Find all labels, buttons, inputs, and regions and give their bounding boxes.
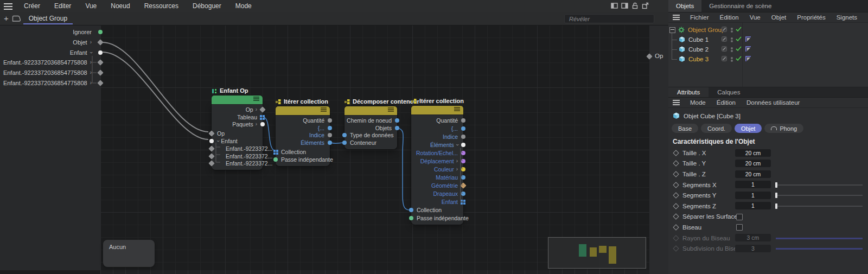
reveal-search-input[interactable] (564, 14, 654, 23)
node-header[interactable] (212, 95, 263, 104)
menu-noeud[interactable]: Noeud (104, 0, 137, 12)
param-value-field[interactable]: 1 (735, 181, 771, 188)
tree-row-object-group[interactable]: Object Group (668, 25, 868, 35)
node-port-row-indice[interactable]: Indice (411, 132, 463, 141)
enabled-check-icon[interactable] (736, 56, 742, 62)
port-passe-independante[interactable] (409, 216, 413, 220)
chevron-right-icon[interactable]: › (456, 158, 458, 164)
attrmenu-mode[interactable]: Mode (685, 99, 711, 106)
group-input-objet[interactable]: Objet› (0, 37, 100, 48)
node-port-row-enfant-9223372[interactable]: Enfant.-9223372... (212, 160, 263, 168)
node-port-row-materiau[interactable]: Matériau (411, 173, 463, 181)
popout-icon[interactable] (642, 2, 649, 9)
port-quantite[interactable] (461, 118, 465, 123)
chevron-down-icon[interactable]: › (215, 140, 221, 142)
port-[interactable] (328, 126, 332, 130)
tag-flag-icon[interactable] (745, 36, 751, 43)
param-value-field[interactable]: 20 cm (735, 170, 771, 178)
tab-object-group[interactable]: Object Group (25, 12, 71, 25)
chevron-right-icon[interactable]: › (90, 80, 92, 86)
node-menu-icon[interactable] (454, 109, 460, 110)
node-port-row-tableau[interactable]: Tableau (212, 113, 263, 121)
port-[interactable] (461, 126, 465, 131)
chevron-right-icon[interactable]: › (90, 40, 92, 45)
node-port-row-passe-independante[interactable]: Passe indépendante (276, 156, 330, 163)
lock-icon[interactable] (631, 2, 639, 9)
node-header[interactable] (344, 106, 397, 115)
group-input-ignorer[interactable]: Ignorer (0, 27, 100, 37)
tab-calques[interactable]: Calques (709, 87, 749, 97)
tree-row-cube-1[interactable]: Cube 1 (668, 35, 868, 44)
attrmenu-edition[interactable]: Édition (711, 99, 741, 106)
menu-mode[interactable]: Mode (228, 0, 259, 12)
node-port-row-elements[interactable]: Éléments› (411, 141, 463, 149)
node-port-row-collection[interactable]: Collection (276, 148, 330, 156)
tree-row-cube-3[interactable]: Cube 3 (668, 54, 868, 64)
object-manager-menu-icon[interactable] (673, 17, 680, 18)
visibility-dots-icon[interactable] (731, 56, 733, 62)
param-diamond-icon[interactable] (673, 203, 679, 209)
node-port-row-enfant[interactable]: ›Enfant (212, 137, 263, 145)
node-port-row-chemin-de-noeud[interactable]: Chemin de noeud (344, 117, 397, 124)
node-port-row-conteneur[interactable]: Conteneur (344, 139, 397, 146)
node-port-row-drapeaux[interactable]: Drapeaux (411, 189, 463, 197)
port-indice[interactable] (461, 135, 465, 139)
node-header[interactable] (411, 106, 463, 114)
group-input-enfant-9223372036854775808[interactable]: Enfant.-9223372036854775808› (0, 58, 100, 68)
node-port-row-passe-independante[interactable]: Passe indépendante (411, 214, 463, 222)
slider-handle[interactable] (775, 182, 777, 188)
enabled-check-icon[interactable] (736, 27, 742, 33)
port-enfant[interactable] (461, 200, 465, 205)
menu-deboguer[interactable]: Déboguer (186, 0, 228, 12)
node-port-row-type-de-donnees[interactable]: Type de données (344, 132, 397, 139)
port-collection[interactable] (409, 208, 413, 212)
visibility-dots-icon[interactable] (731, 47, 733, 53)
slider-handle[interactable] (775, 203, 777, 209)
port-drapeaux[interactable] (461, 192, 465, 196)
tag-flag-icon[interactable] (745, 56, 751, 63)
menu-creer[interactable]: Créer (17, 0, 47, 12)
edit-toggle-icon[interactable] (722, 46, 727, 53)
chevron-down-icon[interactable]: › (454, 144, 459, 145)
param-diamond-icon[interactable] (673, 161, 679, 167)
node-port-row-op[interactable]: Op› (212, 106, 263, 113)
chevron-right-icon[interactable]: › (256, 107, 257, 112)
node-port-row-enfant-9223372[interactable]: Enfant.-9223372... (212, 152, 263, 160)
enabled-check-icon[interactable] (736, 36, 742, 43)
port-enfant[interactable] (209, 139, 214, 143)
node-menu-icon[interactable] (388, 109, 394, 110)
node-port-row-objets[interactable]: Objets (344, 124, 397, 132)
group-input-port[interactable] (98, 50, 103, 55)
node-port-row-quantite[interactable]: Quantité (411, 116, 463, 124)
objmenu-fichier[interactable]: Fichier (685, 14, 714, 21)
attrmenu-donnees-utilisateur[interactable]: Données utilisateur (741, 99, 805, 106)
port-rotation-echel[interactable] (461, 151, 465, 155)
gear-icon[interactable] (678, 27, 685, 33)
chevron-right-icon[interactable]: › (256, 122, 257, 127)
param-slider[interactable] (776, 195, 863, 196)
param-value-field[interactable]: 3 (735, 245, 771, 252)
enabled-check-icon[interactable] (736, 46, 742, 53)
port-chemin-de-noeud[interactable] (395, 118, 399, 123)
param-diamond-icon[interactable] (673, 214, 679, 220)
tree-row-cube-2[interactable]: Cube 2 (668, 44, 868, 54)
node-port-row-paquets[interactable]: Paquets› (212, 121, 263, 129)
edit-toggle-icon[interactable] (722, 27, 727, 33)
tab-gestionnaire-de-scene[interactable]: Gestionnaire de scène (701, 0, 779, 12)
node-port-row-[interactable]: {... (411, 124, 463, 132)
node-port-row-enfant[interactable]: Enfant (411, 197, 463, 206)
node-port-row-enfant-9223372[interactable]: Enfant.-9223372... (212, 145, 263, 152)
node-decomposer-conteneur-2[interactable]: Décomposer conteneurChemin de noeudObjet… (344, 106, 397, 149)
param-checkbox[interactable] (736, 224, 743, 231)
cube-icon[interactable] (679, 46, 685, 53)
node-port-row-rotation-echel[interactable]: Rotation/Echel... (411, 149, 463, 157)
param-value-field[interactable]: 1 (735, 192, 771, 199)
tab-attributs[interactable]: Attributs (668, 87, 709, 97)
tag-flag-icon[interactable] (745, 46, 751, 53)
tab-objets[interactable]: Objets (668, 0, 701, 12)
node-port-row-[interactable]: {... (276, 124, 330, 132)
port-conteneur[interactable] (342, 141, 347, 145)
edit-toggle-icon[interactable] (722, 56, 727, 62)
menu-ressources[interactable]: Ressources (137, 0, 186, 12)
node-menu-icon[interactable] (253, 98, 259, 99)
